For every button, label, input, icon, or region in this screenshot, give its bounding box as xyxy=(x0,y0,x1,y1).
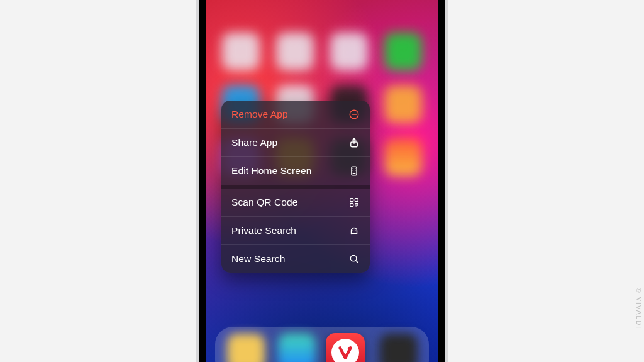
menu-item-label: Private Search xyxy=(231,225,296,236)
vivaldi-logo xyxy=(331,339,359,362)
menu-item-label: Share App xyxy=(231,137,277,148)
menu-item-share-app[interactable]: Share App xyxy=(221,128,370,156)
svg-rect-11 xyxy=(355,199,358,202)
svg-point-13 xyxy=(352,229,353,231)
dock xyxy=(215,327,429,362)
dock-app-blurred xyxy=(227,334,265,362)
app-icon-blurred xyxy=(222,33,260,70)
app-icon-blurred xyxy=(330,33,368,70)
menu-item-edit-home-screen[interactable]: Edit Home Screen xyxy=(221,156,370,185)
svg-rect-12 xyxy=(350,203,353,206)
svg-point-8 xyxy=(355,170,355,171)
menu-item-new-search[interactable]: New Search xyxy=(221,244,370,273)
menu-item-label: Edit Home Screen xyxy=(231,165,311,177)
svg-line-16 xyxy=(356,261,358,263)
svg-point-0 xyxy=(348,347,352,351)
svg-rect-10 xyxy=(350,199,353,202)
dock-app-blurred xyxy=(380,334,418,362)
app-icon-vivaldi[interactable] xyxy=(326,333,365,362)
app-icon-blurred xyxy=(276,33,314,70)
menu-item-remove-app[interactable]: Remove App xyxy=(221,101,370,128)
menu-item-label: Scan QR Code xyxy=(231,197,297,208)
phone-screen: Remove App Share App Edit Home Screen xyxy=(206,0,438,362)
menu-item-label: Remove App xyxy=(231,109,288,120)
svg-point-14 xyxy=(355,229,356,231)
remove-circle-icon xyxy=(348,109,360,120)
homescreen-row xyxy=(206,33,438,70)
phone-bezel: Remove App Share App Edit Home Screen xyxy=(199,0,445,362)
menu-item-private-search[interactable]: Private Search xyxy=(221,216,370,244)
svg-point-5 xyxy=(353,168,353,169)
watermark: © VIVALDI xyxy=(635,288,642,329)
phone-frame: Remove App Share App Edit Home Screen xyxy=(196,0,448,362)
share-icon xyxy=(348,137,360,148)
svg-point-6 xyxy=(355,168,355,169)
qr-icon xyxy=(348,197,360,208)
app-icon-blurred xyxy=(384,85,422,123)
app-icon-blurred xyxy=(384,33,422,70)
quick-action-menu: Remove App Share App Edit Home Screen xyxy=(221,101,370,273)
app-icon-blurred xyxy=(384,138,422,176)
ghost-icon xyxy=(348,225,360,236)
dock-app-blurred xyxy=(278,334,316,362)
homescreen-icon xyxy=(348,165,360,177)
menu-item-scan-qr[interactable]: Scan QR Code xyxy=(221,189,370,216)
menu-item-label: New Search xyxy=(231,253,285,265)
stage: Remove App Share App Edit Home Screen xyxy=(0,0,644,362)
svg-point-7 xyxy=(353,170,353,171)
magnifier-icon xyxy=(348,253,360,265)
